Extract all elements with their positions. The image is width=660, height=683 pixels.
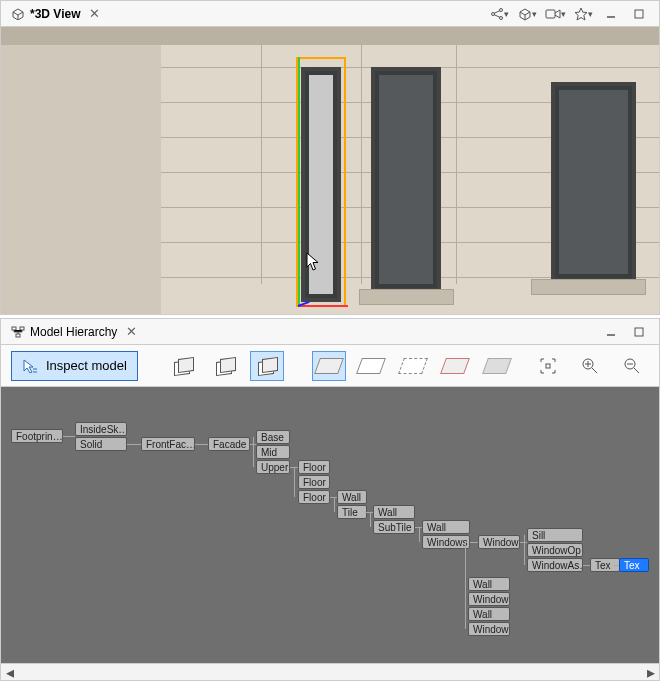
node-sill[interactable]: Sill (527, 528, 583, 542)
svg-rect-5 (635, 10, 643, 18)
star-icon[interactable]: ▾ (569, 3, 597, 25)
inspect-model-button[interactable]: Inspect model (11, 351, 138, 381)
node-window[interactable]: Window (468, 592, 510, 606)
node-windows[interactable]: Windows (422, 535, 470, 549)
camera-icon[interactable]: ▾ (541, 3, 569, 25)
shape-mode-5-button[interactable] (480, 351, 514, 381)
node-floor[interactable]: Floor (298, 475, 330, 489)
tabbar-hierarchy: Model Hierarchy ✕ (1, 319, 659, 345)
node-base[interactable]: Base (256, 430, 290, 444)
inspect-model-label: Inspect model (46, 358, 127, 373)
shape-mode-3-button[interactable] (396, 351, 430, 381)
svg-rect-3 (546, 10, 555, 18)
cube-dropdown-icon[interactable]: ▾ (513, 3, 541, 25)
restore-icon[interactable] (625, 3, 653, 25)
tab-3d-view-label: *3D View (30, 7, 80, 21)
node-window[interactable]: Window (468, 622, 510, 636)
shape-mode-1-button[interactable] (312, 351, 346, 381)
hierarchy-graph[interactable]: Footprin… InsideSk… Solid FrontFac… Faca… (1, 387, 659, 663)
close-icon[interactable]: ✕ (85, 6, 104, 21)
svg-rect-10 (635, 328, 643, 336)
svg-rect-6 (12, 327, 16, 330)
node-window[interactable]: Window (478, 535, 520, 549)
shape-mode-2-button[interactable] (354, 351, 388, 381)
panel-3d-view: *3D View ✕ ▾ ▾ ▾ ▾ (0, 0, 660, 315)
mouse-cursor-icon (306, 252, 320, 272)
zoom-in-button[interactable] (573, 351, 607, 381)
svg-rect-7 (20, 327, 24, 330)
zoom-out-button[interactable] (615, 351, 649, 381)
minimize-icon[interactable] (597, 3, 625, 25)
node-solid[interactable]: Solid (75, 437, 127, 451)
scroll-right-icon[interactable]: ▸ (642, 665, 659, 680)
tab-model-hierarchy[interactable]: Model Hierarchy ✕ (7, 322, 145, 341)
node-tex-selected[interactable]: Tex (619, 558, 649, 572)
node-wall[interactable]: Wall (468, 607, 510, 621)
node-wall[interactable]: Wall (373, 505, 415, 519)
node-subtile[interactable]: SubTile (373, 520, 415, 534)
selection-bbox (296, 57, 346, 307)
panel-model-hierarchy: Model Hierarchy ✕ Inspect model Footprin… (0, 318, 660, 681)
svg-rect-8 (16, 334, 20, 337)
node-tile[interactable]: Tile (337, 505, 367, 519)
node-frontfac[interactable]: FrontFac… (141, 437, 195, 451)
display-mode-2-button[interactable] (208, 351, 242, 381)
tab-hierarchy-label: Model Hierarchy (30, 325, 117, 339)
gizmo-x-axis (298, 305, 348, 307)
node-insidesk[interactable]: InsideSk… (75, 422, 127, 436)
node-floor[interactable]: Floor (298, 490, 330, 504)
node-wall[interactable]: Wall (422, 520, 470, 534)
share-icon[interactable]: ▾ (485, 3, 513, 25)
tabbar-3d: *3D View ✕ ▾ ▾ ▾ ▾ (1, 1, 659, 27)
node-wall[interactable]: Wall (468, 577, 510, 591)
node-windowas[interactable]: WindowAs… (527, 558, 583, 572)
scroll-left-icon[interactable]: ◂ (1, 665, 18, 680)
hierarchy-icon (11, 325, 25, 339)
viewport-3d[interactable] (1, 27, 659, 314)
minimize-icon[interactable] (597, 321, 625, 343)
gizmo-y-axis (298, 57, 300, 307)
tab-3d-view[interactable]: *3D View ✕ (7, 4, 108, 23)
display-mode-1-button[interactable] (166, 351, 200, 381)
arrow-cursor-icon (22, 358, 40, 374)
node-floor[interactable]: Floor (298, 460, 330, 474)
frame-selection-button[interactable] (531, 351, 565, 381)
shape-mode-4-button[interactable] (438, 351, 472, 381)
node-mid[interactable]: Mid (256, 445, 290, 459)
restore-icon[interactable] (625, 321, 653, 343)
node-wall[interactable]: Wall (337, 490, 367, 504)
node-facade[interactable]: Facade (208, 437, 250, 451)
hierarchy-toolbar: Inspect model (1, 345, 659, 387)
node-upper[interactable]: Upper (256, 460, 290, 474)
svg-rect-11 (546, 364, 550, 368)
cube-icon (11, 7, 25, 21)
display-mode-3-button[interactable] (250, 351, 284, 381)
node-footprint[interactable]: Footprin… (11, 429, 63, 443)
horizontal-scrollbar[interactable]: ◂ ▸ (1, 663, 659, 680)
node-windowop[interactable]: WindowOp… (527, 543, 583, 557)
close-icon[interactable]: ✕ (122, 324, 141, 339)
